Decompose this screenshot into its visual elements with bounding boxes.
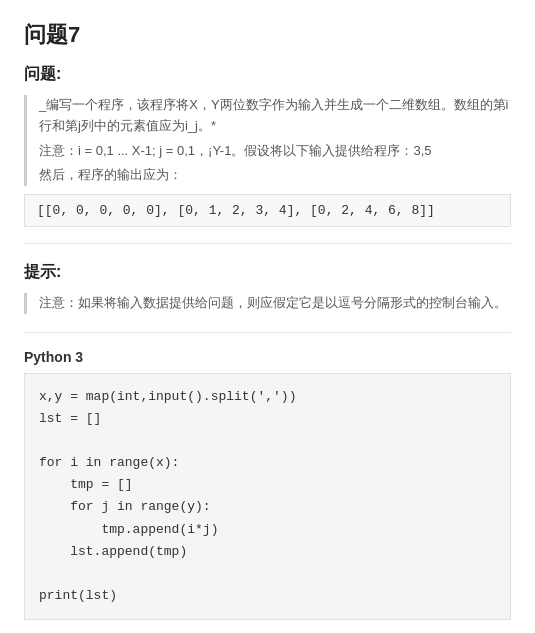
hint-text: 注意：如果将输入数据提供给问题，则应假定它是以逗号分隔形式的控制台输入。	[39, 293, 511, 314]
divider-2	[24, 332, 511, 333]
python-label: Python 3	[24, 349, 511, 365]
problem-label: 问题:	[24, 64, 511, 85]
problem-note2: 然后，程序的输出应为：	[39, 165, 511, 186]
problem-section: 问题: _编写一个程序，该程序将X，Y两位数字作为输入并生成一个二维数组。数组的…	[24, 64, 511, 227]
python-section: Python 3 x,y = map(int,input().split(','…	[24, 349, 511, 633]
problem-output: [[0, 0, 0, 0, 0], [0, 1, 2, 3, 4], [0, 2…	[24, 194, 511, 227]
problem-description-block: _编写一个程序，该程序将X，Y两位数字作为输入并生成一个二维数组。数组的第i行和…	[24, 95, 511, 186]
divider-1	[24, 243, 511, 244]
hint-block: 注意：如果将输入数据提供给问题，则应假定它是以逗号分隔形式的控制台输入。	[24, 293, 511, 314]
code-block-1: x,y = map(int,input().split(',')) lst = …	[24, 373, 511, 620]
problem-description: _编写一个程序，该程序将X，Y两位数字作为输入并生成一个二维数组。数组的第i行和…	[39, 95, 511, 137]
problem-note1: 注意：i = 0,1 ... X-1; j = 0,1，¡Y-1。假设将以下输入…	[39, 141, 511, 162]
hint-label: 提示:	[24, 262, 511, 283]
page-title: 问题7	[24, 20, 511, 50]
hint-section: 提示: 注意：如果将输入数据提供给问题，则应假定它是以逗号分隔形式的控制台输入。	[24, 262, 511, 314]
